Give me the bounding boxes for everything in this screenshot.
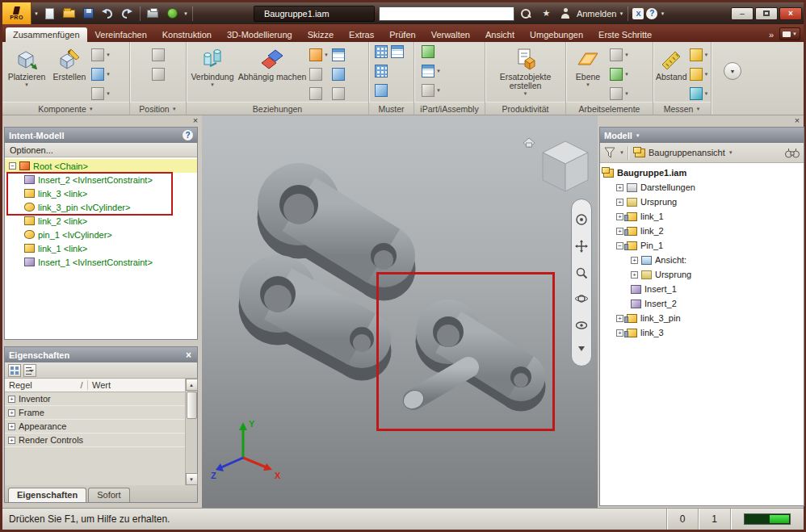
undo-button[interactable] bbox=[99, 5, 116, 22]
expand-toggle[interactable]: + bbox=[8, 409, 15, 417]
update-button[interactable] bbox=[164, 5, 181, 22]
mirror-components-button[interactable]: ▼ bbox=[90, 67, 111, 82]
new-file-button[interactable] bbox=[41, 5, 58, 22]
open-button[interactable] bbox=[61, 5, 78, 22]
scroll-down-icon[interactable]: ▼ bbox=[186, 473, 198, 485]
sort-az-icon[interactable] bbox=[23, 364, 36, 377]
tab-erste-schritte[interactable]: Erste Schritte bbox=[591, 27, 659, 42]
save-button[interactable] bbox=[80, 5, 97, 22]
collapse-toggle[interactable]: − bbox=[9, 162, 16, 170]
properties-scrollbar[interactable]: ▲ ▼ bbox=[185, 379, 197, 485]
model-tree-item-link2[interactable]: + link_2 bbox=[600, 224, 804, 238]
signin-label[interactable]: Anmelden bbox=[577, 9, 617, 19]
create-iassembly-button[interactable] bbox=[421, 44, 435, 59]
navigation-wheel-icon[interactable] bbox=[575, 213, 588, 226]
expand-toggle[interactable]: + bbox=[616, 329, 623, 337]
intent-tree-item-link2[interactable]: link_2 <link> bbox=[5, 214, 197, 228]
drive-constraint-button[interactable] bbox=[309, 86, 330, 101]
pattern-table-button[interactable] bbox=[390, 44, 405, 59]
tab-skizze[interactable]: Skizze bbox=[300, 27, 341, 42]
hide-constraints-button[interactable] bbox=[331, 67, 346, 82]
tab-eigenschaften[interactable]: Eigenschaften bbox=[8, 488, 86, 502]
model-tree-item-ursprung[interactable]: + Ursprung bbox=[600, 195, 804, 209]
tab-ansicht[interactable]: Ansicht bbox=[478, 27, 522, 42]
tab-zusammenfuegen[interactable]: Zusammenfügen bbox=[6, 27, 87, 42]
properties-grid-header[interactable]: Regel / Wert bbox=[5, 379, 185, 392]
intent-options-button[interactable]: Optionen... bbox=[5, 143, 197, 157]
expand-toggle[interactable]: + bbox=[631, 257, 638, 264]
properties-panel-titlebar[interactable]: Eigenschaften × bbox=[5, 347, 197, 362]
intent-tree-item-pin1[interactable]: pin_1 <IvCylinder> bbox=[5, 228, 197, 241]
expand-toggle[interactable]: + bbox=[616, 199, 623, 206]
expand-toggle[interactable]: + bbox=[631, 271, 638, 279]
intent-tree-item-link3[interactable]: link_3 <link> bbox=[5, 186, 197, 200]
view-mode-caret-icon[interactable]: ▼ bbox=[728, 150, 733, 155]
constraint-settings-button[interactable] bbox=[331, 86, 346, 101]
expand-toggle[interactable]: + bbox=[8, 396, 15, 403]
signin-caret-icon[interactable]: ▼ bbox=[619, 11, 623, 16]
model-tree-item-link3-pin[interactable]: + link_3_pin bbox=[600, 311, 804, 325]
ribbon-options-button[interactable]: ▼ bbox=[724, 62, 741, 80]
measure-angle-button[interactable]: ▼ bbox=[689, 48, 710, 62]
orbit-icon[interactable] bbox=[575, 292, 588, 305]
measure-area-button[interactable]: ▼ bbox=[689, 86, 710, 101]
copy-components-button[interactable]: ▼ bbox=[90, 86, 111, 101]
mirror-pattern-button[interactable] bbox=[374, 83, 388, 98]
help-caret-icon[interactable]: ▼ bbox=[660, 11, 665, 16]
collapse-toggle[interactable]: − bbox=[616, 242, 623, 249]
tab-sofort[interactable]: Sofort bbox=[88, 488, 129, 502]
model-title-caret-icon[interactable]: ▼ bbox=[636, 133, 640, 138]
application-menu-button[interactable]: PRO bbox=[2, 2, 31, 24]
free-rotate-button[interactable] bbox=[151, 67, 166, 82]
free-move-button[interactable] bbox=[151, 48, 166, 62]
model-tree-item-insert2[interactable]: Insert_2 bbox=[600, 296, 804, 311]
close-right-dock-button[interactable]: × bbox=[791, 115, 803, 126]
tab-3d-modellierung[interactable]: 3D-Modellierung bbox=[220, 27, 300, 42]
group-label-messen[interactable]: Messen▼ bbox=[653, 102, 711, 115]
group-label-produktivitaet[interactable]: Produktivität bbox=[485, 102, 565, 115]
model-tree-item-insert1[interactable]: Insert_1 bbox=[600, 282, 804, 296]
edit-factory-button[interactable]: ▼ bbox=[421, 83, 442, 98]
minimize-button[interactable]: – bbox=[731, 7, 754, 20]
rectangular-pattern-button[interactable] bbox=[374, 44, 388, 59]
close-properties-button[interactable]: × bbox=[184, 350, 193, 360]
model-tree-item-darstellungen[interactable]: + Darstellungen bbox=[600, 180, 804, 195]
ersatzobjekte-button[interactable]: Ersatzobjekte erstellen ▼ bbox=[489, 44, 563, 96]
qat-customize-caret-icon[interactable]: ▼ bbox=[183, 11, 188, 16]
chain-link-selected[interactable] bbox=[400, 300, 545, 413]
tab-verwalten[interactable]: Verwalten bbox=[424, 27, 477, 42]
expand-to ggle[interactable]: + bbox=[8, 437, 15, 444]
filter-icon[interactable] bbox=[603, 146, 616, 159]
ipart-author-button[interactable]: ▼ bbox=[421, 64, 442, 78]
zoom-icon[interactable] bbox=[575, 266, 588, 279]
intent-help-button[interactable]: ? bbox=[183, 130, 193, 140]
tab-pruefen[interactable]: Prüfen bbox=[382, 27, 422, 42]
expand-toggle[interactable]: + bbox=[616, 213, 623, 220]
maximize-button[interactable] bbox=[755, 7, 778, 20]
viewport[interactable]: Y X Z bbox=[202, 115, 598, 508]
abstand-button[interactable]: Abstand bbox=[656, 44, 687, 82]
model-tree-item-pin1-ursprung[interactable]: + Ursprung bbox=[600, 267, 804, 282]
abhaengig-machen-button[interactable]: Abhängig machen bbox=[237, 44, 307, 82]
group-label-arbeitselemente[interactable]: Arbeitselemente bbox=[566, 102, 653, 115]
view-cube[interactable] bbox=[522, 132, 593, 196]
navigation-bar[interactable] bbox=[571, 199, 592, 367]
search-input[interactable] bbox=[379, 6, 514, 21]
group-label-komponente[interactable]: Komponente▼ bbox=[2, 102, 129, 115]
group-label-ipart[interactable]: iPart/iAssembly bbox=[414, 102, 485, 115]
expand-toggle[interactable]: + bbox=[616, 228, 623, 235]
tab-extras[interactable]: Extras bbox=[342, 27, 381, 42]
intent-tree-item-root[interactable]: − Root <Chain> bbox=[5, 159, 197, 173]
ucs-button[interactable]: ▼ bbox=[609, 86, 630, 101]
scroll-thumb[interactable] bbox=[187, 392, 197, 419]
print-button[interactable] bbox=[145, 5, 162, 22]
platzieren-button[interactable]: Platzieren ▼ bbox=[5, 44, 48, 87]
assemble-button[interactable]: ▼ bbox=[309, 48, 330, 62]
categorize-icon[interactable] bbox=[8, 364, 21, 377]
tab-overflow-chevron-icon[interactable]: » bbox=[764, 30, 779, 42]
intent-panel-titlebar[interactable]: Intent-Modell ? bbox=[5, 128, 197, 143]
ebene-button[interactable]: Ebene ▼ bbox=[569, 44, 607, 87]
erstellen-button[interactable]: Erstellen bbox=[50, 44, 89, 82]
close-left-dock-button[interactable]: × bbox=[190, 115, 201, 126]
joint-limits-button[interactable] bbox=[309, 67, 330, 82]
